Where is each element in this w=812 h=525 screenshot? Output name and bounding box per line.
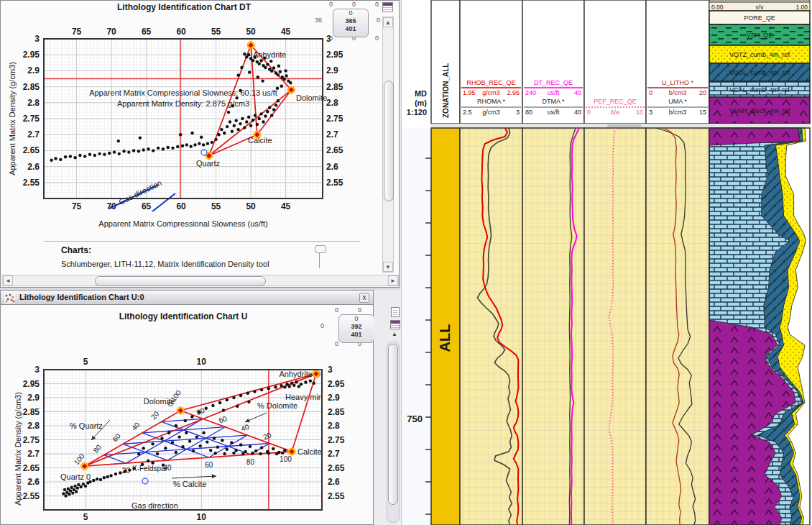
svg-text:2.6: 2.6 (27, 477, 40, 487)
svg-text:2.55: 2.55 (23, 178, 40, 188)
svg-text:(m): (m) (415, 99, 427, 107)
point-counter-button[interactable]: 0365401 (333, 9, 369, 37)
svg-text:2.95: 2.95 (326, 50, 343, 60)
scroll-thumb[interactable] (388, 344, 398, 505)
log-view: ZONATION_ALLMD(m)1:120RHOB_REC_QE1.95g/c… (401, 0, 812, 525)
svg-text:2.55: 2.55 (23, 491, 40, 501)
svg-text:3: 3 (34, 34, 40, 44)
svg-text:2.8: 2.8 (328, 421, 340, 431)
scroll-up-button[interactable]: ▲ (383, 17, 393, 27)
svg-text:2.6: 2.6 (326, 162, 338, 172)
svg-text:% Calcite: % Calcite (173, 480, 206, 488)
svg-text:100: 100 (280, 455, 292, 463)
svg-text:2.9: 2.9 (27, 393, 40, 403)
charts-reference: Schlumberger, LITH-11,12, Matrix Identif… (61, 260, 269, 268)
spinner-count: 0 (352, 1, 356, 8)
point-count-spinner-dt[interactable]: 0003600000365401 (313, 1, 384, 44)
page-icon[interactable] (391, 307, 400, 317)
svg-text:2.95: 2.95 (23, 50, 40, 60)
curve-name: U_LITHO * (662, 79, 694, 86)
svg-text:2.9: 2.9 (326, 65, 338, 76)
svg-text:2.65: 2.65 (23, 145, 40, 155)
depth-track (401, 128, 431, 525)
techlog-workspace: Lithology Identification Chart DT 757570… (0, 0, 812, 525)
counter-value: 365 (333, 17, 368, 25)
zoom-slider-track[interactable] (319, 251, 320, 268)
curve-scale-max: 20 (699, 89, 706, 96)
chart-u-titlebar[interactable]: Lithology Identification Chart U:0 x (0, 290, 374, 305)
svg-text:Apparent Matrix Density (g/cm3: Apparent Matrix Density (g/cm3) (14, 392, 22, 506)
svg-text:K-Feldspar: K-Feldspar (132, 465, 168, 472)
svg-text:75: 75 (72, 201, 82, 211)
svg-text:20: 20 (122, 467, 131, 475)
svg-text:Apparent Matrix Compressional: Apparent Matrix Compressional Slowness (… (98, 219, 267, 228)
scroll-thumb[interactable] (95, 276, 266, 286)
scroll-right-button[interactable]: ► (388, 275, 398, 286)
table-icon[interactable] (390, 320, 400, 329)
dock-window-icon[interactable] (382, 2, 393, 12)
svg-text:2.75: 2.75 (326, 114, 343, 124)
svg-text:2.85: 2.85 (326, 82, 343, 92)
spinner-count: 0 (329, 35, 333, 42)
svg-text:Quartz 0: Quartz 0 (60, 472, 91, 481)
curve-scale-min: 1.95 (463, 89, 476, 96)
crossplot-panel-u: Lithology Identification Chart U 5510103… (0, 305, 374, 525)
zoom-slider-handle[interactable] (315, 245, 326, 253)
svg-text:60: 60 (176, 201, 186, 211)
spinner-count: 0 (377, 17, 380, 24)
svg-text:60: 60 (176, 27, 186, 37)
curve-name: DT_REC_QE (534, 79, 573, 86)
chart-u-window-title: Lithology Identification Chart U:0 (19, 293, 144, 301)
svg-text:80: 80 (246, 458, 255, 466)
spinner-count: 0 (358, 306, 361, 314)
svg-text:v/v: v/v (756, 4, 765, 11)
svg-text:2.65: 2.65 (23, 463, 40, 473)
charts-heading: Charts: (61, 245, 269, 255)
svg-text:2.85: 2.85 (23, 82, 40, 92)
spinner-count: 0 (329, 1, 333, 8)
svg-text:% Dolomite: % Dolomite (257, 401, 297, 410)
curve-unit: b/e (611, 109, 620, 116)
legend-label: VSH_QE (747, 32, 773, 39)
u-vertical-scrollbar[interactable] (387, 342, 400, 523)
svg-text:2.7: 2.7 (27, 449, 40, 459)
svg-text:65: 65 (142, 201, 152, 211)
curve-name: DTMA * (542, 98, 565, 105)
dock-strip: ▲ (374, 290, 401, 525)
legend-label: VANH_dtech_4m_ref (729, 107, 790, 114)
svg-text:2.55: 2.55 (326, 178, 343, 188)
scroll-thumb[interactable] (384, 81, 394, 201)
scroll-left-button[interactable]: ◄ (3, 275, 13, 286)
curve-unit: us/ft (547, 109, 560, 116)
svg-text:2.8: 2.8 (326, 98, 338, 108)
legend-label: VDOL_cumb_4m_ref (729, 69, 790, 76)
scroll-up-icon[interactable]: ▲ (392, 331, 397, 337)
track-header-1 (460, 0, 522, 124)
svg-text:10: 10 (197, 357, 207, 367)
log-track-2 (522, 128, 584, 525)
svg-text:MD: MD (415, 89, 427, 98)
spinner-count: 0 (335, 306, 338, 314)
svg-text:75: 75 (72, 27, 82, 37)
chart-dt-annotation-line1: Apparent Matrix Compressional Slowness: … (44, 88, 323, 97)
point-counter-button[interactable]: 0392401 (338, 314, 374, 343)
curve-scale-min: 0 (587, 109, 591, 116)
track-header-2 (522, 0, 584, 124)
svg-text:2.6: 2.6 (328, 477, 340, 487)
dt-horizontal-scrollbar[interactable]: ◄ ► (2, 275, 399, 286)
log-canvas: ZONATION_ALLMD(m)1:120RHOB_REC_QE1.95g/c… (401, 0, 812, 525)
svg-text:2.75: 2.75 (23, 114, 40, 124)
svg-text:Anhydrite: Anhydrite (280, 370, 313, 378)
curve-scale-min: 240 (525, 89, 536, 96)
close-icon[interactable]: x (359, 293, 369, 303)
svg-text:2.75: 2.75 (23, 435, 40, 445)
svg-text:1:120: 1:120 (407, 108, 427, 117)
scroll-down-button[interactable]: ▼ (383, 262, 393, 272)
curve-scale-max: 10 (636, 109, 643, 116)
svg-text:% Quartz: % Quartz (70, 421, 103, 430)
svg-text:Calcite: Calcite (297, 447, 322, 456)
curve-name: RHOB_REC_QE (466, 79, 515, 86)
dt-vertical-scrollbar[interactable]: ▲ ▼ (382, 17, 394, 273)
crossplot-panel-dt: Lithology Identification Chart DT 757570… (0, 0, 400, 288)
svg-text:2.85: 2.85 (328, 407, 345, 417)
